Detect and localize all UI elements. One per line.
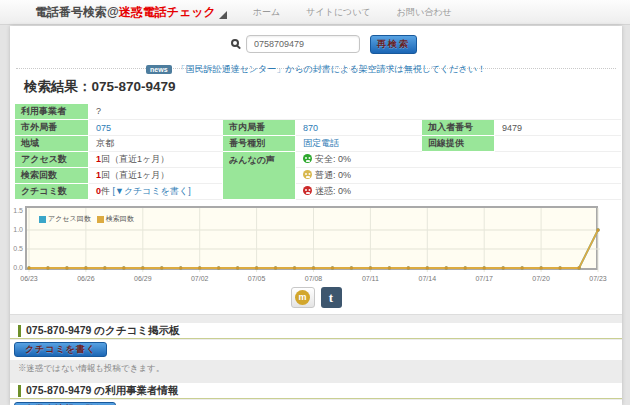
main-nav: ホーム サイトについて お問い合わせ: [253, 6, 452, 19]
number-type-link[interactable]: 固定電話: [303, 138, 339, 148]
search-count-value: 1回（直近1ヶ月）: [89, 168, 223, 184]
x-tick-label: 07/11: [362, 275, 379, 282]
provider-button-row: 事業者情報を登録: [10, 400, 622, 405]
x-tick-label: 06/26: [77, 275, 95, 282]
phone-search-input[interactable]: [246, 35, 360, 53]
voice-annoy-cell: 迷惑: 0%: [296, 184, 621, 200]
x-tick-label: 07/08: [305, 275, 323, 282]
site-title-accent: 迷惑電話チェック: [119, 4, 216, 21]
mixi-icon: m: [295, 290, 310, 305]
social-share-row: m t: [10, 287, 622, 308]
city-code-link[interactable]: 870: [303, 123, 318, 133]
table-row: アクセス数 1回（直近1ヶ月） みんなの声 安全: 0%: [15, 152, 621, 168]
voice-annoy-text: 迷惑: 0%: [315, 186, 351, 196]
x-tick-label: 07/14: [419, 275, 437, 282]
x-tick-label: 06/23: [20, 275, 38, 282]
review-board-title: 075-870-9479 のクチコミ掲示板: [26, 324, 180, 338]
review-count-label: クチコミ数: [15, 184, 89, 200]
mixi-share-button[interactable]: m: [291, 287, 315, 308]
provider-info-header: 075-870-9479 の利用事業者情報: [10, 383, 622, 399]
voice-normal-cell: 普通: 0%: [296, 168, 621, 184]
news-link[interactable]: 「国民訴訟通達センター」からの封書による架空請求は無視してください！: [177, 63, 486, 76]
legend-swatch-search: [97, 216, 104, 223]
top-bar: 電話番号検索@迷惑電話チェック ホーム サイトについて お問い合わせ: [0, 0, 630, 25]
access-history-chart: 0.00.51.01.5 アクセス回数 検索回数 06/2306/2606/29…: [12, 205, 614, 285]
y-tick-label: 1.0: [12, 226, 23, 233]
search-count-unit: 回（直近1ヶ月）: [101, 170, 169, 180]
chart-x-axis-labels: 06/2306/2606/2907/0207/0507/0807/1107/14…: [12, 275, 614, 285]
voice-normal-text: 普通: 0%: [315, 170, 351, 180]
table-row: 地域 京都 番号種別 固定電話 回線提供: [15, 136, 621, 152]
access-count-unit: 回（直近1ヶ月）: [101, 154, 169, 164]
search-count-label: 検索回数: [15, 168, 89, 184]
table-row: 利用事業者 ?: [15, 104, 621, 120]
search-row: 再検索: [10, 35, 622, 57]
research-button[interactable]: 再検索: [370, 35, 417, 54]
write-review-button[interactable]: クチコミを書く: [14, 342, 107, 357]
subscriber-label: 加入者番号: [422, 120, 495, 136]
legend-swatch-access: [39, 216, 46, 223]
voice-safe-cell: 安全: 0%: [296, 152, 621, 168]
page: 電話番号検索@迷惑電話チェック ホーム サイトについて お問い合わせ 再検索 n…: [0, 0, 630, 405]
review-count-unit: 件: [101, 186, 113, 196]
review-board-header: 075-870-9479 のクチコミ掲示板: [10, 323, 622, 339]
y-tick-label: 1.5: [12, 207, 23, 214]
section-bar-icon: [18, 325, 21, 337]
annoy-face-icon: [303, 186, 312, 195]
nav-home[interactable]: ホーム: [253, 6, 280, 19]
x-tick-label: 07/17: [475, 275, 493, 282]
x-tick-label: 07/20: [532, 275, 550, 282]
chart-corner-icon: [219, 11, 227, 19]
x-tick-label: 07/02: [191, 275, 209, 282]
tumblr-share-button[interactable]: t: [321, 287, 342, 308]
table-row: 市外局番 075 市内局番 870 加入者番号 9479: [15, 120, 621, 136]
write-review-link[interactable]: [▼クチコミを書く]: [113, 186, 191, 196]
provider-label: 利用事業者: [15, 104, 89, 120]
number-type-label: 番号種別: [223, 136, 296, 152]
city-code-value: 870: [296, 120, 422, 136]
normal-face-icon: [303, 170, 312, 179]
access-count-value: 1回（直近1ヶ月）: [89, 152, 223, 168]
subscriber-value: 9479: [495, 120, 621, 136]
nav-about[interactable]: サイトについて: [306, 6, 370, 19]
news-row: news 「国民訴訟通達センター」からの封書による架空請求は無視してください！: [10, 63, 622, 76]
y-tick-label: 0.0: [12, 264, 23, 271]
legend-label-search: 検索回数: [106, 214, 134, 224]
y-tick-label: 0.5: [12, 245, 23, 252]
area-code-link[interactable]: 075: [96, 123, 111, 133]
table-row: クチコミ数 0件 [▼クチコミを書く] 迷惑: 0%: [15, 184, 621, 200]
review-button-row: クチコミを書く: [10, 340, 622, 360]
city-code-label: 市内局番: [223, 120, 296, 136]
voice-safe-text: 安全: 0%: [315, 154, 351, 164]
section-bar-icon: [18, 385, 21, 397]
page-title: 検索結果：075-870-9479: [24, 78, 176, 96]
chart-legend: アクセス回数 検索回数: [39, 214, 134, 224]
x-tick-label: 07/05: [248, 275, 266, 282]
line-provider-value: [495, 136, 621, 152]
number-type-value: 固定電話: [296, 136, 422, 152]
number-info-table: 利用事業者 ? 市外局番 075 市内局番 870 加入者番号 9479 地域 …: [14, 103, 621, 200]
site-title[interactable]: 電話番号検索@迷惑電話チェック: [35, 4, 227, 21]
search-icon: [231, 39, 239, 47]
line-provider-label: 回線提供: [422, 136, 495, 152]
table-row: 検索回数 1回（直近1ヶ月） 普通: 0%: [15, 168, 621, 184]
region-label: 地域: [15, 136, 89, 152]
legend-label-access: アクセス回数: [48, 214, 91, 224]
region-value: 京都: [89, 136, 223, 152]
content-card: 再検索 news 「国民訴訟通達センター」からの封書による架空請求は無視してくだ…: [10, 26, 622, 405]
x-tick-label: 07/23: [589, 275, 607, 282]
nav-contact[interactable]: お問い合わせ: [397, 6, 452, 19]
lower-sections: 075-870-9479 のクチコミ掲示板 クチコミを書く ※迷惑ではない情報も…: [10, 314, 622, 405]
news-badge: news: [146, 65, 172, 74]
site-title-prefix: 電話番号検索@: [35, 4, 119, 21]
voice-label: みんなの声: [223, 152, 296, 200]
review-count-value: 0件 [▼クチコミを書く]: [89, 184, 223, 200]
safe-face-icon: [303, 154, 312, 163]
review-note: ※迷惑ではない情報も投稿できます。: [18, 363, 164, 375]
area-code-value: 075: [89, 120, 223, 136]
provider-value: ?: [89, 104, 621, 120]
access-count-label: アクセス数: [15, 152, 89, 168]
chart-plot-area: アクセス回数 検索回数: [25, 206, 598, 270]
x-tick-label: 06/29: [134, 275, 152, 282]
area-code-label: 市外局番: [15, 120, 89, 136]
